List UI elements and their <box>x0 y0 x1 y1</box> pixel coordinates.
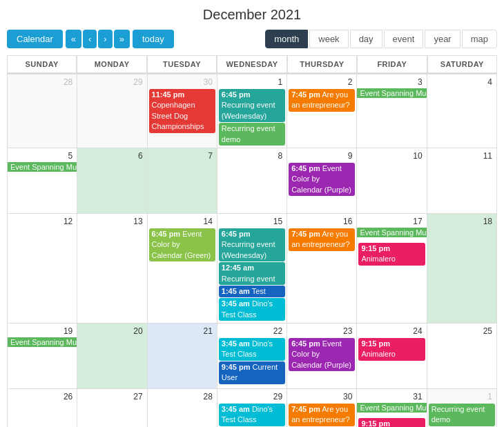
cell-nov28[interactable]: 28 <box>8 75 77 148</box>
cell-nov30[interactable]: 30 11:45 pm Copenhagen Street Dog Champi… <box>148 75 217 148</box>
view-day[interactable]: day <box>350 30 382 48</box>
event-entrepreneur-3[interactable]: 7:45 pm Are you an entrepreneur? <box>289 404 355 426</box>
event-dino-1[interactable]: 3:45 am Dino's Test Class <box>219 298 285 321</box>
event-animalero-3[interactable]: 9:15 pm Animalero <box>358 418 425 427</box>
cell-dec29[interactable]: 29 3:45 am Dino's Test Class <box>217 389 287 427</box>
cell-dec13[interactable]: 13 <box>77 214 147 324</box>
event-recurring-demo-2[interactable]: Recurring event demo <box>429 404 495 426</box>
day-headers: SUNDAY MONDAY TUESDAY WEDNESDAY THURSDAY… <box>7 55 497 74</box>
event-purple-2[interactable]: 6:45 pm Event Color by Calendar (Purple) <box>289 338 355 371</box>
span-event-week4a[interactable]: Event Spanning Multiple Days <box>8 337 77 347</box>
cell-dec7[interactable]: 7 <box>148 148 217 214</box>
event-recurring-wed-2[interactable]: 6:45 pm Recurring event (Wednesday) <box>219 228 285 261</box>
cell-dec12[interactable]: 12 <box>8 214 77 324</box>
week5: 26 27 28 29 3:45 am Dino's Test Class 30… <box>7 389 497 427</box>
header-monday: MONDAY <box>77 55 146 74</box>
cell-dec14[interactable]: 14 6:45 pm Event Color by Calendar (Gree… <box>148 214 217 324</box>
event-recurring-wed-1[interactable]: 6:45 pm Recurring event (Wednesday) <box>219 89 285 122</box>
cell-dec15[interactable]: 15 6:45 pm Recurring event (Wednesday) 1… <box>217 214 287 324</box>
cell-dec27[interactable]: 27 <box>77 389 147 427</box>
calendar: SUNDAY MONDAY TUESDAY WEDNESDAY THURSDAY… <box>7 55 497 427</box>
cell-jan1[interactable]: 1 Recurring event demo <box>427 389 497 427</box>
page-title: December 2021 <box>7 7 497 23</box>
event-recurring-demo-1[interactable]: Recurring event demo <box>219 123 285 146</box>
view-month[interactable]: month <box>265 30 308 48</box>
cell-dec1[interactable]: 1 6:45 pm Recurring event (Wednesday) Re… <box>217 75 287 148</box>
view-switcher: month week day event year map <box>265 30 497 48</box>
cell-dec28[interactable]: 28 <box>148 389 217 427</box>
cell-nov29[interactable]: 29 <box>77 75 147 148</box>
header-tuesday: TUESDAY <box>147 55 217 74</box>
event-current-user[interactable]: 9:45 pm Current User <box>219 361 285 384</box>
cell-dec18[interactable]: 18 <box>427 214 497 324</box>
event-green-cal[interactable]: 6:45 pm Event Color by Calendar (Green) <box>149 228 215 261</box>
nav-next[interactable]: › <box>98 30 112 48</box>
span-event-week2a[interactable]: Event Spanning Multiple Days <box>8 162 77 172</box>
cell-dec23[interactable]: 23 6:45 pm Event Color by Calendar (Purp… <box>287 324 357 389</box>
header-thursday: THURSDAY <box>287 55 357 74</box>
cell-dec21[interactable]: 21 <box>148 324 217 389</box>
view-map[interactable]: map <box>462 30 497 48</box>
toolbar: Calendar « ‹ › » today month week day ev… <box>7 30 497 48</box>
header-saturday: SATURDAY <box>427 55 497 74</box>
cell-dec5[interactable]: 5 Event Spanning Multiple Days <box>8 148 77 214</box>
header-friday: FRIDAY <box>357 55 427 74</box>
cell-dec17[interactable]: 17 Event Spanning Multiple Days 9:15 pm … <box>357 214 427 324</box>
event-purple-1[interactable]: 6:45 pm Event Color by Calendar (Purple) <box>289 163 355 196</box>
week4: 19 Event Spanning Multiple Days 20 21 22… <box>7 324 497 389</box>
cell-dec2[interactable]: 2 7:45 pm Are you an entrepreneur? <box>287 75 357 148</box>
nav-group: « ‹ › » <box>66 30 130 48</box>
cell-dec24[interactable]: 24 9:15 pm Animalero <box>357 324 427 389</box>
cell-dec10[interactable]: 10 <box>357 148 427 214</box>
view-event[interactable]: event <box>384 30 424 48</box>
cell-dec20[interactable]: 20 <box>77 324 147 389</box>
event-copenhagen[interactable]: 11:45 pm Copenhagen Street Dog Champions… <box>149 89 215 133</box>
today-button[interactable]: today <box>133 30 174 48</box>
span-event-week5[interactable]: Event Spanning Multiple Days <box>357 403 426 413</box>
event-entrepreneur-1[interactable]: 7:45 pm Are you an entrepreneur? <box>289 89 355 112</box>
cell-dec30[interactable]: 30 7:45 pm Are you an entrepreneur? <box>287 389 357 427</box>
cell-dec4[interactable]: 4 <box>427 75 497 148</box>
week3: 12 13 14 6:45 pm Event Color by Calendar… <box>7 214 497 324</box>
view-week[interactable]: week <box>309 30 348 48</box>
span-event-week3[interactable]: Event Spanning Multiple Days <box>357 228 426 237</box>
cell-dec19[interactable]: 19 Event Spanning Multiple Days <box>8 324 77 389</box>
event-animalero-1[interactable]: 9:15 pm Animalero <box>358 243 425 266</box>
cell-dec26[interactable]: 26 <box>8 389 77 427</box>
cell-dec8[interactable]: 8 <box>217 148 287 214</box>
cell-dec6[interactable]: 6 <box>77 148 147 214</box>
nav-last[interactable]: » <box>114 30 130 48</box>
toolbar-left: Calendar « ‹ › » today <box>7 30 174 48</box>
header-sunday: SUNDAY <box>7 55 77 74</box>
cell-dec31[interactable]: 31 Event Spanning Multiple Days 9:15 pm … <box>357 389 427 427</box>
event-dino-3[interactable]: 3:45 am Dino's Test Class <box>219 404 285 426</box>
event-recurring-main[interactable]: 12:45 am Recurring event <box>219 262 285 285</box>
span-event-week1[interactable]: Event Spanning Multiple Days <box>357 88 426 98</box>
calendar-button[interactable]: Calendar <box>7 30 63 48</box>
nav-prev[interactable]: ‹ <box>83 30 97 48</box>
event-test[interactable]: 1:45 am Test <box>219 286 285 297</box>
week2: 5 Event Spanning Multiple Days 6 7 8 9 6… <box>7 148 497 214</box>
view-year[interactable]: year <box>425 30 460 48</box>
event-entrepreneur-2[interactable]: 7:45 pm Are you an entrepreneur? <box>289 228 355 251</box>
cell-dec25[interactable]: 25 <box>427 324 497 389</box>
header-wednesday: WEDNESDAY <box>217 55 287 74</box>
cell-dec9[interactable]: 9 6:45 pm Event Color by Calendar (Purpl… <box>287 148 357 214</box>
nav-first[interactable]: « <box>66 30 81 48</box>
event-dino-2[interactable]: 3:45 am Dino's Test Class <box>219 338 285 361</box>
cell-dec3[interactable]: 3 Event Spanning Multiple Days <box>357 75 427 148</box>
cell-dec11[interactable]: 11 <box>427 148 497 214</box>
cell-dec16[interactable]: 16 7:45 pm Are you an entrepreneur? <box>287 214 357 324</box>
cell-dec22[interactable]: 22 3:45 am Dino's Test Class 9:45 pm Cur… <box>217 324 287 389</box>
event-animalero-2[interactable]: 9:15 pm Animalero <box>358 338 425 361</box>
